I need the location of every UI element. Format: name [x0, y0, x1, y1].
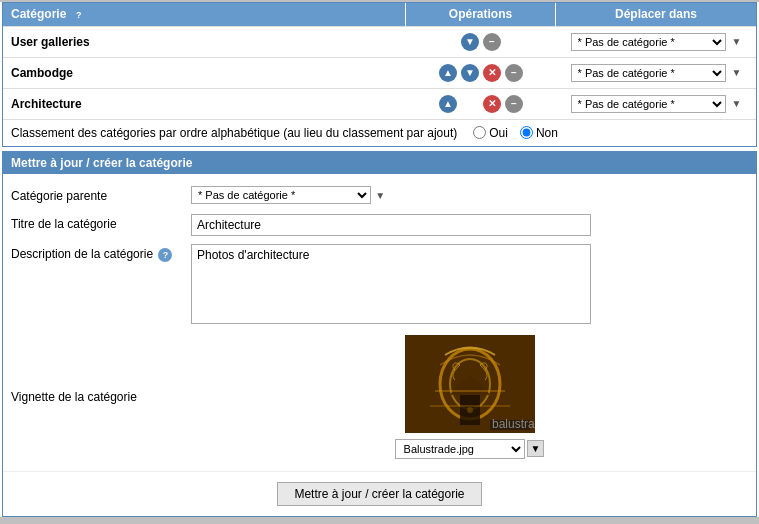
title-input[interactable] [191, 214, 591, 236]
alpha-non-option[interactable]: Non [520, 126, 558, 140]
move-to-select[interactable]: * Pas de catégorie * [571, 95, 726, 113]
svg-text:balustrade: balustrade [492, 417, 535, 431]
thumb-value: balustrade Balustrade.jpg ▼ [191, 335, 748, 459]
row-category-name: User galleries [3, 31, 406, 53]
desc-help-icon[interactable]: ? [158, 248, 172, 262]
svg-point-5 [467, 407, 473, 413]
alpha-non-label: Non [536, 126, 558, 140]
title-value [191, 214, 748, 236]
move-up-button[interactable]: ▲ [439, 95, 457, 113]
delete-button[interactable]: ✕ [483, 64, 501, 82]
table-row: Cambodge ▲ ▼ ✕ − * Pas de catégorie * ▼ [3, 57, 756, 88]
thumb-file-select[interactable]: Balustrade.jpg [395, 439, 525, 459]
form-row-parent: Catégorie parente * Pas de catégorie * ▼ [3, 182, 756, 210]
title-label: Titre de la catégorie [11, 214, 191, 234]
col-category-header: Catégorie ? [3, 3, 406, 26]
move-down-button[interactable]: ▼ [461, 33, 479, 51]
remove-button[interactable]: − [505, 95, 523, 113]
alpha-row: Classement des catégories par ordre alph… [3, 119, 756, 146]
move-up-button[interactable]: ▲ [439, 64, 457, 82]
move-to-select[interactable]: * Pas de catégorie * [571, 33, 726, 51]
thumb-image: balustrade [405, 335, 535, 433]
desc-label: Description de la catégorie ? [11, 244, 191, 265]
thumb-container: balustrade Balustrade.jpg ▼ [191, 335, 748, 459]
thumb-file-select-wrap: Balustrade.jpg ▼ [395, 439, 545, 459]
thumb-label: Vignette de la catégorie [11, 387, 191, 407]
thumb-select-arrow[interactable]: ▼ [527, 440, 545, 457]
submit-button[interactable]: Mettre à jour / créer la catégorie [277, 482, 481, 506]
row-move: * Pas de catégorie * ▼ [556, 64, 756, 82]
svg-rect-6 [435, 390, 505, 392]
alpha-non-radio[interactable] [520, 126, 533, 139]
category-help-icon[interactable]: ? [72, 8, 86, 22]
desc-value: Photos d'architecture [191, 244, 748, 327]
move-down-button[interactable]: ▼ [461, 64, 479, 82]
move-header-label: Déplacer dans [615, 7, 697, 21]
row-category-name: Cambodge [3, 62, 406, 84]
desc-textarea[interactable]: Photos d'architecture [191, 244, 591, 324]
parent-value: * Pas de catégorie * ▼ [191, 186, 748, 204]
category-header-label: Catégorie [11, 7, 66, 21]
thumb-svg: balustrade [405, 335, 535, 433]
alpha-oui-option[interactable]: Oui [473, 126, 508, 140]
form-body: Catégorie parente * Pas de catégorie * ▼… [3, 174, 756, 471]
table-header: Catégorie ? Opérations Déplacer dans [3, 3, 756, 26]
form-section: Mettre à jour / créer la catégorie Catég… [2, 151, 757, 517]
row-move: * Pas de catégorie * ▼ [556, 95, 756, 113]
remove-button[interactable]: − [483, 33, 501, 51]
form-row-title: Titre de la catégorie [3, 210, 756, 240]
alpha-label: Classement des catégories par ordre alph… [11, 126, 457, 140]
move-to-select[interactable]: * Pas de catégorie * [571, 64, 726, 82]
delete-button[interactable]: ✕ [483, 95, 501, 113]
table-row: User galleries ▼ − * Pas de catégorie * … [3, 26, 756, 57]
svg-rect-7 [430, 405, 510, 407]
col-operations-header: Opérations [406, 3, 556, 26]
form-section-header: Mettre à jour / créer la catégorie [3, 152, 756, 174]
form-row-thumb: Vignette de la catégorie [3, 331, 756, 463]
col-move-header: Déplacer dans [556, 3, 756, 26]
alpha-oui-label: Oui [489, 126, 508, 140]
row-move: * Pas de catégorie * ▼ [556, 33, 756, 51]
section-title: Mettre à jour / créer la catégorie [11, 156, 192, 170]
operations-header-label: Opérations [449, 7, 512, 21]
alpha-oui-radio[interactable] [473, 126, 486, 139]
row-operations: ▲ ▼ ✕ − [406, 64, 556, 82]
row-operations: ▲ ✕ − [406, 95, 556, 113]
remove-button[interactable]: − [505, 64, 523, 82]
parent-label: Catégorie parente [11, 186, 191, 206]
form-row-desc: Description de la catégorie ? Photos d'a… [3, 240, 756, 331]
table-row: Architecture ▲ ✕ − * Pas de catégorie * … [3, 88, 756, 119]
alpha-radio-group: Oui Non [473, 126, 558, 140]
row-operations: ▼ − [406, 33, 556, 51]
submit-row: Mettre à jour / créer la catégorie [3, 471, 756, 516]
parent-select[interactable]: * Pas de catégorie * [191, 186, 371, 204]
row-category-name: Architecture [3, 93, 406, 115]
